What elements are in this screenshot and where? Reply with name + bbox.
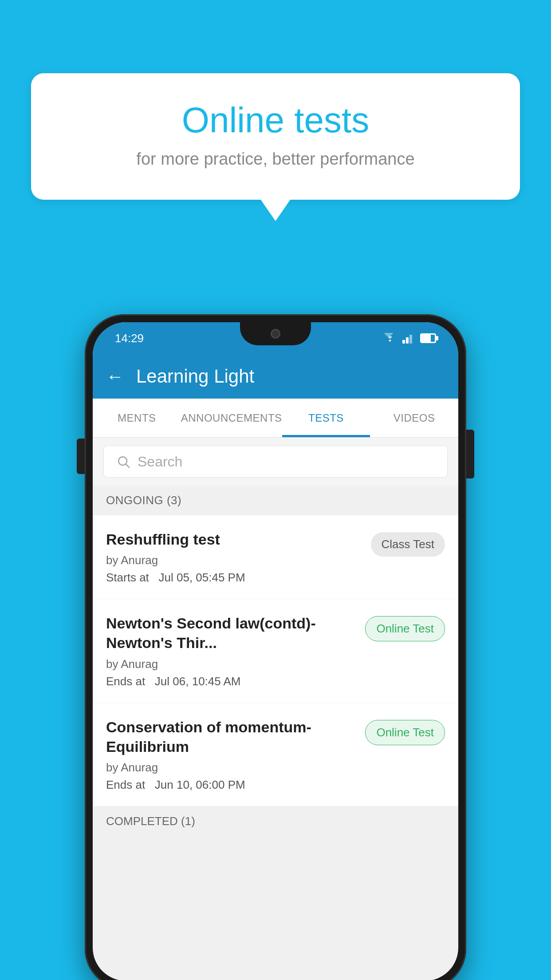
tab-announcements[interactable]: ANNOUNCEMENTS xyxy=(181,399,282,437)
tab-tests[interactable]: TESTS xyxy=(282,399,370,437)
svg-rect-1 xyxy=(406,337,409,344)
test-badge-online: Online Test xyxy=(365,616,445,641)
wifi-icon xyxy=(383,333,397,344)
signal-icon xyxy=(402,333,415,344)
test-info: Newton's Second law(contd)-Newton's Thir… xyxy=(106,613,356,688)
test-info: Reshuffling test by Anurag Starts at Jul… xyxy=(106,530,362,585)
battery-icon xyxy=(420,333,436,343)
test-info: Conservation of momentum-Equilibrium by … xyxy=(106,717,356,792)
test-badge-online: Online Test xyxy=(365,720,445,745)
section-completed-header: COMPLETED (1) xyxy=(93,806,458,836)
section-ongoing-header: ONGOING (3) xyxy=(93,486,458,515)
test-author: by Anurag xyxy=(106,553,362,567)
status-icons xyxy=(383,333,436,344)
test-time: Ends at Jun 10, 06:00 PM xyxy=(106,778,356,792)
test-time: Starts at Jul 05, 05:45 PM xyxy=(106,571,362,585)
test-time: Ends at Jul 06, 10:45 AM xyxy=(106,675,356,688)
notch xyxy=(240,322,311,345)
phone-outer: 14:29 xyxy=(85,314,466,980)
test-author: by Anurag xyxy=(106,657,356,671)
svg-line-4 xyxy=(126,464,129,467)
tab-ments[interactable]: MENTS xyxy=(93,399,181,437)
tab-videos[interactable]: VIDEOS xyxy=(370,399,458,437)
tabs-bar: MENTS ANNOUNCEMENTS TESTS VIDEOS xyxy=(93,399,458,438)
status-time: 14:29 xyxy=(115,332,144,345)
test-item[interactable]: Newton's Second law(contd)-Newton's Thir… xyxy=(93,599,458,703)
test-name: Reshuffling test xyxy=(106,530,362,549)
phone-container: 14:29 xyxy=(85,314,466,980)
test-badge-class: Class Test xyxy=(371,532,445,557)
test-name: Conservation of momentum-Equilibrium xyxy=(106,717,356,756)
search-placeholder: Search xyxy=(138,454,182,470)
back-button[interactable]: ← xyxy=(106,368,124,385)
bubble-subtitle: for more practice, better performance xyxy=(67,150,484,169)
test-author: by Anurag xyxy=(106,761,356,775)
svg-rect-2 xyxy=(409,335,412,344)
svg-rect-0 xyxy=(402,340,405,344)
speech-bubble-container: Online tests for more practice, better p… xyxy=(31,73,520,200)
test-item[interactable]: Conservation of momentum-Equilibrium by … xyxy=(93,703,458,806)
test-item[interactable]: Reshuffling test by Anurag Starts at Jul… xyxy=(93,515,458,599)
search-icon xyxy=(116,454,130,469)
camera xyxy=(271,329,280,339)
search-container: Search xyxy=(93,438,458,486)
test-list: Reshuffling test by Anurag Starts at Jul… xyxy=(93,515,458,806)
search-bar[interactable]: Search xyxy=(103,446,448,478)
bubble-title: Online tests xyxy=(67,100,484,141)
status-bar: 14:29 xyxy=(93,322,458,354)
phone-screen: 14:29 xyxy=(93,322,458,980)
test-name: Newton's Second law(contd)-Newton's Thir… xyxy=(106,613,356,652)
app-title: Learning Light xyxy=(136,366,254,387)
app-bar: ← Learning Light xyxy=(93,354,458,399)
speech-bubble: Online tests for more practice, better p… xyxy=(31,73,520,200)
